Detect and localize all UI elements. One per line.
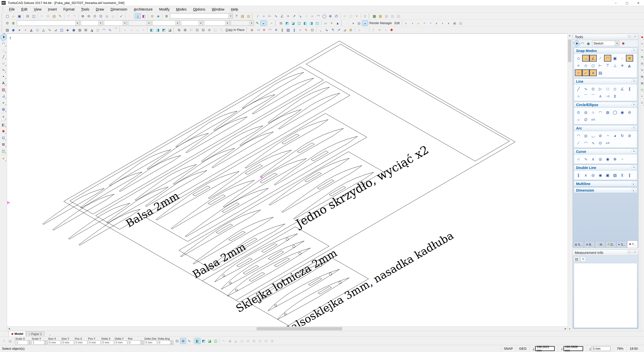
- view-iso-nw-icon[interactable]: ◪: [290, 20, 296, 26]
- scale-y-input[interactable]: [32, 340, 44, 345]
- dline-multi-icon[interactable]: ∧: [582, 172, 589, 179]
- chevron-down-icon[interactable]: ▼: [123, 21, 127, 25]
- pos-y-input[interactable]: [88, 340, 101, 345]
- chevron-down-icon[interactable]: ▼: [228, 14, 233, 18]
- circle-tan-line-icon[interactable]: ◉: [619, 109, 626, 116]
- copy-linear-icon[interactable]: ⧉: [176, 27, 182, 33]
- line-perpendicular-icon[interactable]: ∠: [619, 85, 626, 92]
- snap-arc-center-icon[interactable]: ◠: [604, 55, 611, 62]
- render-current-icon[interactable]: ◒: [260, 20, 266, 26]
- eb-3d-selector-icon[interactable]: ⊡: [174, 338, 180, 344]
- delta-x-input[interactable]: [101, 340, 114, 345]
- menu-modify[interactable]: Modify: [156, 7, 173, 12]
- node-edit-icon[interactable]: ↖: [303, 27, 309, 33]
- expand-icon[interactable]: »: [632, 188, 636, 192]
- spell-check-icon[interactable]: ✓: [118, 13, 124, 19]
- circle-tan-2-icon[interactable]: ⊘: [626, 109, 633, 116]
- snap-toggle[interactable]: SNAP: [501, 345, 516, 352]
- camera-icon[interactable]: ▲: [335, 20, 341, 26]
- circle-concentric-icon[interactable]: ◎: [582, 109, 589, 116]
- surface-icon[interactable]: ◮: [89, 27, 95, 33]
- layer-copy-icon[interactable]: ≣: [640, 67, 644, 73]
- palette-tab-2[interactable]: ◔M.: [595, 241, 606, 248]
- pattern-combo[interactable]: ▼: [181, 20, 203, 26]
- brush-combo[interactable]: ▼: [104, 20, 127, 26]
- snap-angle-icon[interactable]: ∧: [589, 69, 597, 76]
- snap-quadrant-icon[interactable]: ↗: [291, 13, 297, 19]
- line-bisector-icon[interactable]: ∧: [597, 93, 604, 100]
- arc-concentric-icon[interactable]: ◎: [582, 132, 589, 139]
- circle-edit-icon[interactable]: ○: [297, 27, 303, 33]
- loft-icon[interactable]: ◍: [77, 27, 83, 33]
- minimize-button[interactable]: –: [610, 0, 621, 6]
- copy-mirror-icon[interactable]: ⊡: [194, 27, 200, 33]
- snap-arrow-icon[interactable]: →: [582, 55, 589, 62]
- solid-prism-icon[interactable]: ◇: [34, 27, 41, 33]
- menu-window[interactable]: Window: [209, 7, 228, 12]
- curve-spiral-icon[interactable]: ◎: [597, 156, 604, 162]
- dim-style-combo[interactable]: ▼: [231, 20, 254, 26]
- collapse-icon[interactable]: »: [632, 79, 636, 83]
- context-help-icon[interactable]: ?: [233, 13, 239, 19]
- arc-3-2-1-icon[interactable]: ◕: [611, 132, 619, 139]
- subtract-2d-icon[interactable]: ◨: [155, 27, 161, 33]
- maximize-button[interactable]: ▢: [621, 0, 633, 6]
- zoom-window-icon[interactable]: ⊡: [98, 13, 104, 19]
- view-front-icon[interactable]: ◰: [314, 20, 320, 26]
- curve-bezier-icon[interactable]: ∩: [575, 156, 582, 162]
- edit-arrow-icon[interactable]: ✎: [640, 48, 644, 53]
- new-render-icon[interactable]: ✦: [329, 20, 335, 26]
- union-2d-icon[interactable]: ◧: [149, 27, 155, 33]
- arc-spline-icon[interactable]: ∿: [589, 140, 597, 146]
- solid-coil-icon[interactable]: ∿: [47, 27, 53, 33]
- snap-point-icon[interactable]: ∘: [261, 13, 267, 19]
- solid-wedge-icon[interactable]: ⊿: [53, 27, 59, 33]
- menu-file[interactable]: File: [6, 7, 18, 12]
- zoom-ring-icon[interactable]: ◎: [640, 87, 644, 92]
- save-icon[interactable]: ▣: [16, 13, 22, 19]
- section-header[interactable]: Double Line»: [574, 165, 637, 170]
- workspace-icon[interactable]: ⊞: [149, 13, 155, 19]
- copy-in-place-button[interactable]: Copy In Place: [224, 28, 246, 32]
- group-tool-icon[interactable]: ⊡: [1, 135, 7, 141]
- send-mail-icon[interactable]: ▥: [246, 13, 252, 19]
- snap-ellipse-icon[interactable]: ◯: [321, 13, 327, 19]
- line-single-icon[interactable]: ╱: [575, 85, 582, 92]
- eb-curve-select-icon[interactable]: ∿: [186, 338, 192, 344]
- menu-tools[interactable]: Tools: [78, 7, 93, 12]
- arc-1-2-3-icon[interactable]: ◔: [604, 132, 611, 139]
- curve-helix-icon[interactable]: ◉: [604, 156, 611, 162]
- eb-workplane-icon[interactable]: ◩: [200, 338, 207, 344]
- scroll-up-arrow[interactable]: ▲: [568, 33, 572, 37]
- properties-gear-icon[interactable]: ⚙: [4, 20, 10, 26]
- double-offset-icon[interactable]: ∥: [291, 27, 297, 33]
- slope-icon[interactable]: ↗: [336, 27, 342, 33]
- snap-grid-icon[interactable]: ⌗: [575, 62, 582, 69]
- palette-close-icon[interactable]: ✕: [633, 251, 637, 255]
- size-y-input[interactable]: [61, 340, 74, 345]
- eb-facet-icon[interactable]: ◫: [213, 338, 219, 344]
- pen-edit-icon[interactable]: ✎: [254, 20, 260, 26]
- meet-icon[interactable]: ⊣: [255, 27, 261, 33]
- arc-ratio-icon[interactable]: a:b: [604, 140, 611, 146]
- snap-circle-center-icon[interactable]: ◌: [619, 55, 626, 62]
- section-header[interactable]: Multiline»: [574, 181, 637, 187]
- print-preview-icon[interactable]: ◫: [31, 13, 37, 19]
- minfo-close-icon[interactable]: ✕: [580, 256, 586, 261]
- dline-rectangle-icon[interactable]: ▣: [604, 172, 611, 179]
- snap-perp-icon[interactable]: ∠: [279, 13, 285, 19]
- menu-modes[interactable]: Modes: [173, 7, 190, 12]
- circle-tan-point-icon[interactable]: ◯: [611, 109, 619, 116]
- parallel-icon[interactable]: ∥: [279, 27, 285, 33]
- slice-2d-icon[interactable]: ◪: [167, 27, 173, 33]
- shell-icon[interactable]: ⊠: [348, 27, 354, 33]
- x-coordinate-field[interactable]: 198,2822 mm: [535, 346, 555, 351]
- red-marker-icon[interactable]: ✱: [389, 27, 395, 33]
- zoom-selection-icon[interactable]: ⊙: [92, 13, 98, 19]
- snap-face-icon[interactable]: ◻: [589, 62, 597, 69]
- scale-y-spinner[interactable]: ▲▼: [44, 340, 47, 345]
- style-selector[interactable]: Sketch▼: [592, 41, 619, 46]
- section-header[interactable]: Dimension»: [574, 187, 637, 193]
- arc-3point-icon[interactable]: ◠: [582, 140, 589, 146]
- snap-circle-icon[interactable]: ○: [309, 13, 315, 19]
